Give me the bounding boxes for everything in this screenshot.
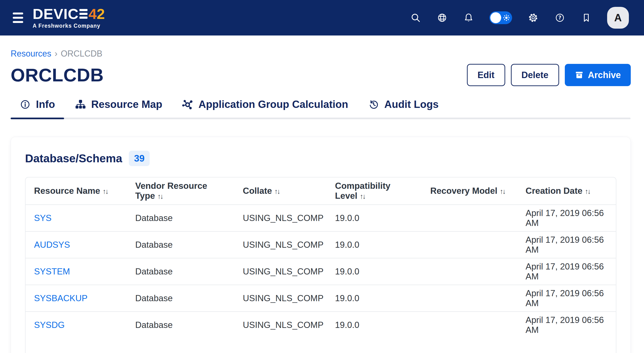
cell-recovery_model xyxy=(422,285,517,312)
table-header-row: Resource Name↑↓Vendor Resource Type↑↓Col… xyxy=(26,177,616,205)
tab-info-label: Info xyxy=(36,98,55,110)
resources-table: Resource Name↑↓Vendor Resource Type↑↓Col… xyxy=(25,177,616,353)
sort-icon: ↑↓ xyxy=(158,192,163,200)
info-icon xyxy=(20,99,31,110)
svg-text:?: ? xyxy=(558,15,561,21)
archive-button-label: Archive xyxy=(588,70,621,80)
cell-creation_date: April 17, 2019 06:56 AM xyxy=(517,231,616,258)
table-row: SYSDGDatabaseUSING_NLS_COMP19.0.0April 1… xyxy=(26,312,616,338)
cell-vendor_resource_type: Database xyxy=(127,312,234,338)
section-title: Database/Schema xyxy=(25,152,122,165)
logo-tagline: A Freshworks Company xyxy=(33,23,105,29)
cell-compatibility_level: 19.0.0 xyxy=(326,312,422,338)
tab-resource-map[interactable]: Resource Map xyxy=(66,98,172,119)
edit-button[interactable]: Edit xyxy=(467,64,505,86)
cell-recovery_model xyxy=(422,231,517,258)
column-header-compatibility_level[interactable]: Compatibility Level↑↓ xyxy=(326,177,422,205)
cell-recovery_model xyxy=(422,258,517,285)
cell-collate: USING_NLS_COMP xyxy=(234,312,326,338)
globe-icon[interactable] xyxy=(436,12,448,24)
sort-icon: ↑↓ xyxy=(360,192,365,200)
navbar-actions: ? A xyxy=(410,7,629,29)
cell-vendor_resource_type: Database xyxy=(127,285,234,312)
cell-creation_date: April 17, 2019 06:56 AM xyxy=(517,258,616,285)
sort-icon: ↑↓ xyxy=(585,187,590,195)
history-icon xyxy=(368,99,379,110)
tab-bar: Info Resource Map Application Group Calc… xyxy=(11,98,630,119)
table-row: AUDSYSDatabaseUSING_NLS_COMP19.0.0April … xyxy=(26,231,616,258)
column-header-recovery_model[interactable]: Recovery Model↑↓ xyxy=(422,177,517,205)
molecule-icon xyxy=(182,99,193,110)
resource-name-link[interactable]: SYSBACKUP xyxy=(26,285,127,312)
tab-application-group-calculation[interactable]: Application Group Calculation xyxy=(173,98,357,119)
column-label: Vendor Resource Type xyxy=(135,181,207,201)
breadcrumb-resources-link[interactable]: Resources xyxy=(11,49,51,59)
tab-application-group-calculation-label: Application Group Calculation xyxy=(198,98,348,110)
bell-icon[interactable] xyxy=(463,12,474,24)
table-row: SYSTEMDatabaseUSING_NLS_COMP19.0.0April … xyxy=(26,258,616,285)
sun-icon xyxy=(502,14,510,22)
sitemap-icon xyxy=(75,99,86,110)
cell-recovery_model xyxy=(422,205,517,231)
sort-icon: ↑↓ xyxy=(102,187,108,195)
help-icon[interactable]: ? xyxy=(554,12,566,24)
cell-compatibility_level: 19.0.0 xyxy=(326,231,422,258)
cell-vendor_resource_type: Database xyxy=(127,258,234,285)
avatar[interactable]: A xyxy=(607,7,629,29)
breadcrumb-current: ORCLCDB xyxy=(61,49,102,59)
cell-collate: USING_NLS_COMP xyxy=(234,258,326,285)
cell-vendor_resource_type: Database xyxy=(127,231,234,258)
resource-name-link[interactable]: SYS xyxy=(26,205,127,231)
page-actions: Edit Delete Archive xyxy=(467,64,631,86)
breadcrumb: Resources › ORCLCDB xyxy=(11,49,631,59)
tab-audit-logs-label: Audit Logs xyxy=(384,98,439,110)
table-row: SYSDatabaseUSING_NLS_COMP19.0.0April 17,… xyxy=(26,205,616,231)
column-header-creation_date[interactable]: Creation Date↑↓ xyxy=(517,177,616,205)
theme-toggle[interactable] xyxy=(490,11,512,24)
breadcrumb-separator: › xyxy=(54,49,58,59)
logo-number-4: 4 xyxy=(88,7,96,21)
cell-creation_date: April 17, 2019 06:56 AM xyxy=(517,312,616,338)
top-navbar: DEVIC 4 2 A Freshworks Company ? xyxy=(0,0,644,36)
resource-name-link[interactable]: SYSTEM xyxy=(26,258,127,285)
delete-button[interactable]: Delete xyxy=(511,64,559,86)
column-label: Creation Date xyxy=(526,186,582,196)
cell-compatibility_level: 19.0.0 xyxy=(326,205,422,231)
brand-logo: DEVIC 4 2 A Freshworks Company xyxy=(33,7,105,29)
column-label: Collate xyxy=(243,186,272,196)
gear-icon[interactable] xyxy=(527,12,539,24)
cell-vendor_resource_type: Database xyxy=(127,205,234,231)
toggle-knob xyxy=(490,12,501,23)
sort-icon: ↑↓ xyxy=(500,187,505,195)
resource-name-link[interactable]: SYSDG xyxy=(26,312,127,338)
menu-icon[interactable] xyxy=(13,13,23,23)
archive-icon xyxy=(575,71,584,80)
column-label: Recovery Model xyxy=(430,186,498,196)
archive-button[interactable]: Archive xyxy=(565,64,631,86)
logo-stylized-e xyxy=(80,9,88,19)
cell-recovery_model xyxy=(422,312,517,338)
cell-compatibility_level: 19.0.0 xyxy=(326,258,422,285)
table-row: SYSBACKUPDatabaseUSING_NLS_COMP19.0.0Apr… xyxy=(26,285,616,312)
logo-number-2: 2 xyxy=(97,7,105,21)
sort-icon: ↑↓ xyxy=(274,187,280,195)
column-label: Resource Name xyxy=(34,186,100,196)
search-icon[interactable] xyxy=(410,12,421,24)
column-header-vendor_resource_type[interactable]: Vendor Resource Type↑↓ xyxy=(127,177,234,205)
resource-name-link[interactable]: AUDSYS xyxy=(26,231,127,258)
tab-audit-logs[interactable]: Audit Logs xyxy=(359,98,448,119)
bookmark-icon[interactable] xyxy=(581,12,592,24)
cell-collate: USING_NLS_COMP xyxy=(234,231,326,258)
database-schema-card: Database/Schema 39 Resource Name↑↓Vendor… xyxy=(11,137,631,353)
count-badge: 39 xyxy=(129,151,150,166)
logo-text: DEVIC xyxy=(33,7,78,21)
page-title: ORCLCDB xyxy=(11,64,104,86)
column-header-collate[interactable]: Collate↑↓ xyxy=(234,177,326,205)
main-content: Resources › ORCLCDB ORCLCDB Edit Delete … xyxy=(0,49,644,353)
cell-collate: USING_NLS_COMP xyxy=(234,205,326,231)
cell-creation_date: April 17, 2019 06:56 AM xyxy=(517,205,616,231)
column-header-resource_name[interactable]: Resource Name↑↓ xyxy=(26,177,127,205)
tab-info[interactable]: Info xyxy=(11,98,64,119)
tab-resource-map-label: Resource Map xyxy=(91,98,162,110)
cell-collate: USING_NLS_COMP xyxy=(234,285,326,312)
